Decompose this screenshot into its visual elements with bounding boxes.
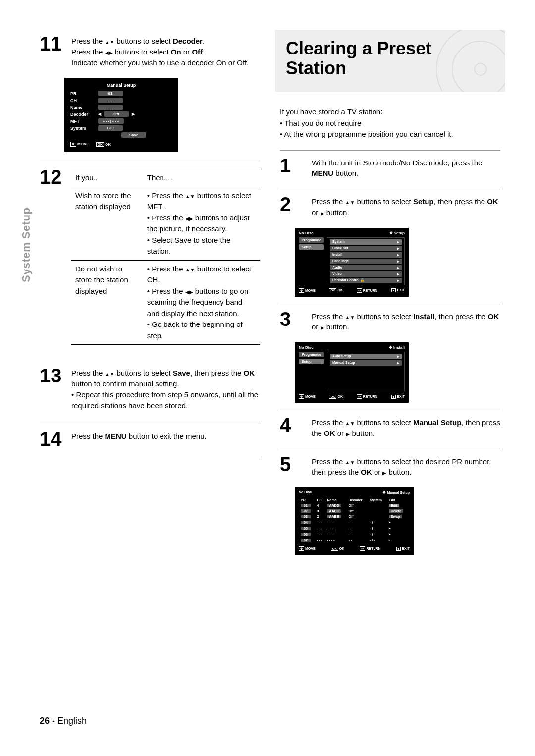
right-arrow-icon: [397, 354, 399, 359]
left-right-icon: [105, 48, 113, 56]
if-then-table: If you.. Then.... Wish to store the stat…: [71, 169, 260, 345]
right-arrow-icon: [397, 240, 399, 244]
step-14: 14 Press the MENU button to exit the men…: [40, 430, 260, 448]
table-header: If you..: [71, 169, 143, 187]
osd-label: PR: [70, 91, 95, 96]
step-number: 3: [280, 310, 307, 333]
left-column: 11 Press the buttons to select Decoder. …: [40, 35, 260, 555]
divider: [280, 150, 500, 151]
step-number: 14: [40, 430, 66, 448]
side-label: System Setup: [20, 208, 33, 283]
text: or: [181, 48, 192, 56]
divider: [40, 421, 260, 421]
page-language: English: [57, 716, 87, 726]
step-number: 13: [40, 367, 66, 411]
step-number: 4: [280, 416, 307, 439]
step-5: 5 Press the buttons to select the desire…: [280, 455, 500, 478]
step-body: Press the buttons to select Decoder. Pre…: [71, 35, 249, 68]
up-down-icon: [105, 369, 115, 377]
step-number: 1: [280, 157, 307, 179]
osd-manual-setup: Manual Setup PR01 CH- - - Name- - - - De…: [64, 78, 178, 152]
text: Press the: [71, 37, 105, 45]
intro-text: If you have stored a TV station: • That …: [280, 107, 500, 140]
right-arrow-icon: [397, 361, 399, 365]
step-12: 12 If you.. Then.... Wish to store the s…: [40, 168, 260, 345]
right-arrow-icon: [397, 253, 399, 257]
right-arrow-icon: [397, 278, 399, 283]
divider: [40, 458, 260, 458]
step-number: 11: [40, 35, 66, 68]
osd-tab: Programme: [299, 352, 324, 357]
divider: [280, 189, 500, 189]
osd-station-table: PRCHNameDecoderSystemEdit 014AADDOffEdit…: [299, 497, 410, 543]
osd-label: MFT: [70, 119, 95, 124]
page-footer: 26 - English: [40, 716, 87, 726]
osd-header-right: Manual Setup: [382, 490, 410, 495]
step-body: Press the MENU button to exit the menu.: [71, 430, 207, 448]
divider: [40, 159, 260, 159]
step-11: 11 Press the buttons to select Decoder. …: [40, 35, 260, 68]
right-arrow-icon: [321, 208, 324, 216]
right-arrow-icon: [397, 259, 399, 264]
left-arrow-icon: ◀: [98, 112, 101, 116]
step-13: 13 Press the buttons to select Save, the…: [40, 367, 260, 411]
text: Indicate whether you wish to use a decod…: [71, 58, 249, 67]
up-down-icon: [185, 191, 195, 200]
osd-value: 01: [98, 91, 123, 96]
table-header: Then....: [143, 169, 260, 187]
table-cell: Do not wish to store the station display…: [71, 260, 143, 345]
step-body: Press the buttons to select Manual Setup…: [312, 416, 500, 439]
osd-setup-menu: No DiscSetup Programme Setup System Cloc…: [295, 228, 409, 297]
osd-footer-ok: OKOK: [96, 142, 111, 147]
osd-manual-setup-table: No DiscManual Setup PRCHNameDecoderSyste…: [295, 487, 414, 555]
osd-save: Save: [121, 132, 146, 138]
osd-label: CH: [70, 98, 95, 103]
step-number: 5: [280, 455, 307, 478]
right-arrow-icon: [397, 266, 399, 270]
divider: [280, 449, 500, 449]
text: .: [203, 48, 205, 56]
osd-label: Name: [70, 105, 95, 110]
up-down-icon: [185, 265, 195, 273]
osd-header-left: No Disc: [299, 231, 314, 235]
lock-icon: [360, 278, 365, 282]
step-number: 12: [40, 168, 66, 345]
osd-label: Decoder: [70, 112, 95, 117]
up-down-icon: [345, 457, 355, 466]
text: buttons to select: [112, 48, 171, 56]
left-right-icon: [185, 214, 193, 222]
page-number: 26 -: [40, 716, 55, 726]
osd-header-right: Install: [389, 345, 405, 350]
right-column: Clearing a Preset Station If you have st…: [280, 35, 500, 555]
osd-tab-active: Setup: [299, 359, 324, 364]
osd-header-left: No Disc: [299, 345, 314, 350]
osd-title: Manual Setup: [70, 83, 172, 88]
step-body: Press the buttons to select Install, the…: [312, 310, 500, 333]
step-body: If you.. Then.... Wish to store the stat…: [71, 168, 260, 345]
osd-value: - - - | - - -: [98, 118, 124, 124]
divider: [280, 304, 500, 304]
step-1: 1 With the unit in Stop mode/No Disc mod…: [280, 157, 500, 179]
osd-footer-move: ✥MOVE: [70, 142, 89, 147]
table-cell: • Press the buttons to select MFT . • Pr…: [143, 187, 260, 260]
up-down-icon: [345, 418, 355, 427]
osd-value: Off: [104, 111, 129, 117]
step-body: Press the buttons to select the desired …: [312, 455, 500, 478]
step-3: 3 Press the buttons to select Install, t…: [280, 310, 500, 333]
page-content: 11 Press the buttons to select Decoder. …: [0, 0, 535, 585]
text: buttons to select: [114, 37, 173, 45]
right-arrow-icon: ▶: [132, 112, 135, 116]
section-title-box: Clearing a Preset Station: [275, 30, 505, 92]
text: Press the: [71, 48, 105, 56]
right-arrow-icon: [397, 246, 399, 251]
step-number: 2: [280, 195, 307, 218]
bold-text: On: [171, 48, 181, 56]
step-2: 2 Press the buttons to select Setup, the…: [280, 195, 500, 218]
step-body: With the unit in Stop mode/No Disc mode,…: [312, 157, 500, 179]
step-4: 4 Press the buttons to select Manual Set…: [280, 416, 500, 439]
right-arrow-icon: [321, 323, 324, 331]
bold-text: Decoder: [173, 37, 203, 45]
step-body: Press the buttons to select Save, then p…: [71, 367, 260, 411]
bold-text: Off: [192, 48, 203, 56]
table-cell: Wish to store the station displayed: [71, 187, 143, 260]
